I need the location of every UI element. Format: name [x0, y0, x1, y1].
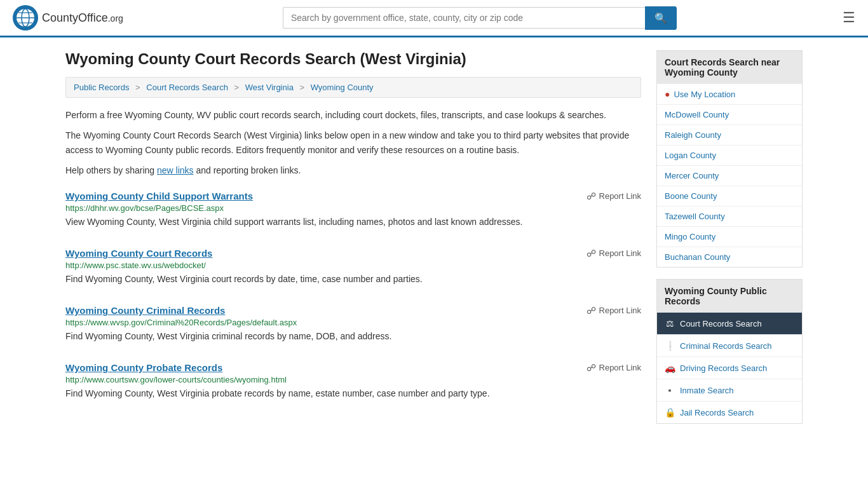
report-icon: ☍	[587, 191, 596, 202]
record-item-header: Wyoming County Child Support Warrants ☍ …	[65, 191, 641, 202]
record-item: Wyoming County Court Records ☍ Report Li…	[65, 248, 641, 292]
rec-icon: ⚖	[665, 318, 675, 329]
logo-name: CountyOffice.org	[42, 11, 123, 25]
search-input[interactable]	[283, 7, 645, 29]
sidebar-pubrecords-title: Wyoming County Public Records	[657, 280, 802, 313]
record-desc: Find Wyoming County, West Virginia court…	[65, 273, 641, 286]
pubrecords-link[interactable]: ⚖Court Records Search	[657, 313, 802, 334]
breadcrumb-public-records[interactable]: Public Records	[74, 83, 129, 92]
record-desc: View Wyoming County, West Virginia child…	[65, 215, 641, 229]
pubrecords-list-item: ▪Inmate Search	[657, 379, 802, 402]
report-link[interactable]: ☍ Report Link	[587, 191, 641, 202]
description-para3: Help others by sharing new links and rep…	[65, 163, 641, 177]
sidebar-nearby-item: ●Use My Location	[657, 84, 802, 105]
sidebar-nearby-item: McDowell County	[657, 105, 802, 125]
desc-para3-after: and reporting broken links.	[194, 165, 301, 175]
use-my-location-link[interactable]: ●Use My Location	[657, 84, 802, 104]
breadcrumb-sep-2: >	[234, 83, 240, 92]
breadcrumb-west-virginia[interactable]: West Virginia	[245, 83, 294, 92]
sidebar-county-link[interactable]: Mercer County	[657, 166, 802, 186]
sidebar-nearby-section: Court Records Search near Wyoming County…	[656, 50, 803, 268]
pubrecords-link[interactable]: 🚗Driving Records Search	[657, 357, 802, 379]
sidebar-county-link[interactable]: Raleigh County	[657, 125, 802, 145]
nearby-list: ●Use My LocationMcDowell CountyRaleigh C…	[657, 84, 802, 267]
breadcrumb-sep-1: >	[135, 83, 140, 92]
breadcrumb-court-records-search[interactable]: Court Records Search	[146, 83, 228, 92]
sidebar-nearby-item: Raleigh County	[657, 125, 802, 146]
pubrecords-list: ⚖Court Records Search❕Criminal Records S…	[657, 313, 802, 423]
sidebar-county-link[interactable]: Buchanan County	[657, 247, 802, 267]
sidebar-nearby-item: Buchanan County	[657, 247, 802, 267]
record-item: Wyoming County Probate Records ☍ Report …	[65, 362, 641, 407]
description-para1: Perform a free Wyoming County, WV public…	[65, 108, 641, 122]
pubrecords-link[interactable]: ▪Inmate Search	[657, 379, 802, 401]
sidebar: Court Records Search near Wyoming County…	[656, 50, 803, 435]
pubrecords-list-item: 🔒Jail Records Search	[657, 402, 802, 423]
logo-area: CountyOffice.org	[13, 5, 123, 30]
record-url: https://www.wvsp.gov/Criminal%20Records/…	[65, 318, 641, 327]
sidebar-nearby-item: Mercer County	[657, 166, 802, 186]
rec-icon: 🔒	[665, 407, 675, 417]
report-link[interactable]: ☍ Report Link	[587, 305, 641, 316]
new-links-link[interactable]: new links	[157, 165, 194, 175]
report-icon: ☍	[587, 362, 596, 374]
record-url: http://www.courtswv.gov/lower-courts/cou…	[65, 375, 641, 384]
sidebar-pubrecords-section: Wyoming County Public Records ⚖Court Rec…	[656, 279, 803, 424]
record-url: http://www.psc.state.wv.us/webdocket/	[65, 261, 641, 270]
rec-icon: ▪	[665, 385, 675, 395]
pubrecords-list-item: ❕Criminal Records Search	[657, 335, 802, 357]
sidebar-nearby-item: Logan County	[657, 146, 802, 166]
record-item-header: Wyoming County Criminal Records ☍ Report…	[65, 305, 641, 316]
record-desc: Find Wyoming County, West Virginia crimi…	[65, 330, 641, 343]
record-url: https://dhhr.wv.gov/bcse/Pages/BCSE.aspx	[65, 203, 641, 213]
sidebar-nearby-item: Boone County	[657, 186, 802, 207]
content-area: Wyoming County Court Records Search (Wes…	[65, 50, 641, 435]
search-area: 🔍	[283, 6, 677, 30]
rec-icon: ❕	[665, 341, 675, 351]
record-desc: Find Wyoming County, West Virginia proba…	[65, 387, 641, 400]
report-link[interactable]: ☍ Report Link	[587, 248, 641, 259]
breadcrumb: Public Records > Court Records Search > …	[65, 77, 641, 98]
records-container: Wyoming County Child Support Warrants ☍ …	[65, 191, 641, 407]
location-icon: ●	[665, 89, 670, 99]
record-title[interactable]: Wyoming County Child Support Warrants	[65, 191, 253, 201]
page-title: Wyoming County Court Records Search (Wes…	[65, 50, 641, 68]
rec-icon: 🚗	[665, 363, 675, 373]
sidebar-county-link[interactable]: Boone County	[657, 186, 802, 206]
report-icon: ☍	[587, 305, 596, 316]
sidebar-nearby-item: Mingo County	[657, 227, 802, 247]
record-item-header: Wyoming County Court Records ☍ Report Li…	[65, 248, 641, 259]
pubrecords-list-item: ⚖Court Records Search	[657, 313, 802, 335]
header: CountyOffice.org 🔍 ☰	[0, 0, 868, 37]
record-title[interactable]: Wyoming County Probate Records	[65, 362, 222, 373]
logo-icon	[13, 5, 38, 30]
desc-para3-before: Help others by sharing	[65, 165, 157, 175]
pubrecords-link[interactable]: ❕Criminal Records Search	[657, 335, 802, 356]
description-para2: The Wyoming County Court Records Search …	[65, 128, 641, 157]
sidebar-county-link[interactable]: Logan County	[657, 146, 802, 165]
record-item-header: Wyoming County Probate Records ☍ Report …	[65, 362, 641, 374]
pubrecords-link[interactable]: 🔒Jail Records Search	[657, 402, 802, 423]
pubrecords-list-item: 🚗Driving Records Search	[657, 357, 802, 379]
search-button[interactable]: 🔍	[645, 6, 677, 30]
report-link[interactable]: ☍ Report Link	[587, 362, 641, 374]
record-title[interactable]: Wyoming County Court Records	[65, 248, 212, 259]
sidebar-nearby-title: Court Records Search near Wyoming County	[657, 51, 802, 84]
record-title[interactable]: Wyoming County Criminal Records	[65, 305, 225, 316]
breadcrumb-wyoming-county[interactable]: Wyoming County	[311, 83, 374, 92]
record-item: Wyoming County Criminal Records ☍ Report…	[65, 305, 641, 349]
record-item: Wyoming County Child Support Warrants ☍ …	[65, 191, 641, 235]
main-container: Wyoming County Court Records Search (Wes…	[53, 37, 815, 448]
hamburger-menu-icon[interactable]: ☰	[843, 10, 855, 26]
sidebar-county-link[interactable]: Mingo County	[657, 227, 802, 247]
breadcrumb-sep-3: >	[299, 83, 304, 92]
sidebar-county-link[interactable]: Tazewell County	[657, 207, 802, 226]
report-icon: ☍	[587, 248, 596, 259]
sidebar-nearby-item: Tazewell County	[657, 207, 802, 227]
sidebar-county-link[interactable]: McDowell County	[657, 105, 802, 125]
